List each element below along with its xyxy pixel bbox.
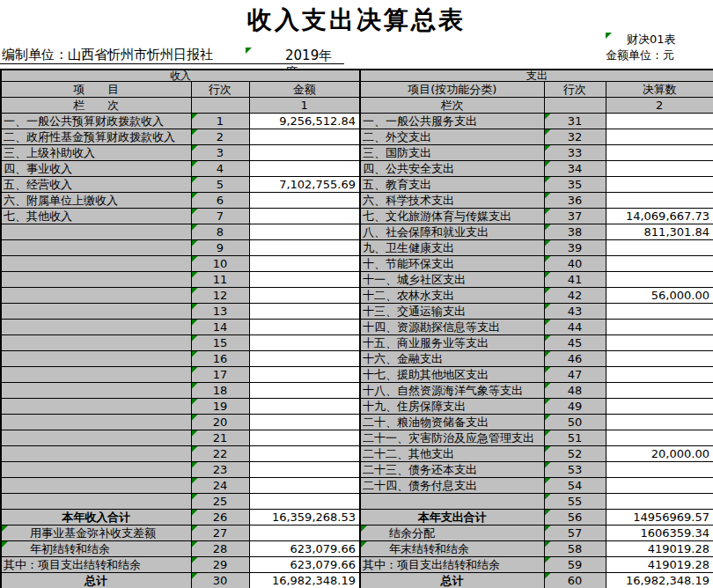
expense-line-cell[interactable]: 47 <box>544 367 606 383</box>
income-item-cell[interactable]: 年初结转和结余 <box>1 541 191 557</box>
income-line-cell[interactable]: 27 <box>191 526 249 541</box>
expense-amount-cell[interactable] <box>606 304 713 320</box>
expense-item-cell[interactable] <box>360 494 544 510</box>
expense-line-cell[interactable]: 51 <box>544 430 606 446</box>
expense-amount-cell[interactable] <box>606 367 713 383</box>
income-amount-cell[interactable] <box>249 145 360 161</box>
expense-item-cell[interactable]: 十八、自然资源海洋气象等支出 <box>360 383 544 399</box>
income-amount-cell[interactable] <box>249 256 360 272</box>
expense-amount-cell[interactable] <box>606 430 713 446</box>
expense-line-cell[interactable]: 60 <box>544 573 606 588</box>
income-line-cell[interactable]: 4 <box>191 161 249 177</box>
income-item-cell[interactable] <box>1 478 191 494</box>
expense-line-header[interactable]: 行次 <box>544 82 606 98</box>
expense-amount-cell[interactable]: 14956969.57 <box>606 510 713 526</box>
income-line-cell[interactable]: 8 <box>191 224 249 240</box>
income-line-cell[interactable]: 21 <box>191 430 249 446</box>
income-line-cell[interactable]: 14 <box>191 320 249 335</box>
expense-item-cell[interactable]: 九、卫生健康支出 <box>360 240 544 256</box>
income-amount-cell[interactable] <box>249 320 360 335</box>
expense-item-cell[interactable]: 十二、农林水支出 <box>360 288 544 304</box>
income-amount-cell[interactable]: 623,079.66 <box>249 557 360 573</box>
income-amount-cell[interactable] <box>249 367 360 383</box>
income-item-cell[interactable] <box>1 399 191 415</box>
expense-amount-cell[interactable] <box>606 462 713 478</box>
income-line-cell[interactable]: 30 <box>191 573 249 588</box>
income-item-header[interactable]: 项 目 <box>1 82 191 98</box>
expense-item-cell[interactable]: 十三、交通运输支出 <box>360 304 544 320</box>
expense-item-cell[interactable]: 二十二、其他支出 <box>360 446 544 462</box>
income-line-cell[interactable]: 22 <box>191 446 249 462</box>
expense-line-cell[interactable]: 35 <box>544 177 606 193</box>
expense-line-cell[interactable]: 58 <box>544 541 606 557</box>
expense-line-cell[interactable]: 56 <box>544 510 606 526</box>
expense-item-cell[interactable]: 其中：项目支出结转和结余 <box>360 557 544 573</box>
income-item-cell[interactable] <box>1 446 191 462</box>
income-line-cell[interactable]: 1 <box>191 114 249 129</box>
income-line-cell[interactable]: 12 <box>191 288 249 304</box>
income-amount-cell[interactable] <box>249 272 360 288</box>
income-amount-cell[interactable] <box>249 288 360 304</box>
income-line-cell[interactable]: 6 <box>191 193 249 209</box>
income-amount-cell[interactable] <box>249 209 360 224</box>
income-amount-cell[interactable] <box>249 383 360 399</box>
income-line-cell[interactable]: 5 <box>191 177 249 193</box>
income-amount-cell[interactable] <box>249 304 360 320</box>
expense-line-cell[interactable]: 39 <box>544 240 606 256</box>
expense-item-cell[interactable]: 一、一般公共服务支出 <box>360 114 544 129</box>
income-line-cell[interactable]: 16 <box>191 351 249 367</box>
expense-item-cell[interactable]: 二十一、灾害防治及应急管理支出 <box>360 430 544 446</box>
income-item-cell[interactable]: 二、政府性基金预算财政拨款收入 <box>1 129 191 145</box>
income-item-cell[interactable]: 本年收入合计 <box>1 510 191 526</box>
expense-item-cell[interactable]: 四、公共安全支出 <box>360 161 544 177</box>
income-item-cell[interactable] <box>1 288 191 304</box>
income-amount-cell[interactable] <box>249 478 360 494</box>
expense-line-cell[interactable]: 49 <box>544 399 606 415</box>
income-line-cell[interactable]: 7 <box>191 209 249 224</box>
income-line-cell[interactable]: 20 <box>191 415 249 430</box>
expense-amount-cell[interactable] <box>606 320 713 335</box>
income-amount-cell[interactable] <box>249 446 360 462</box>
income-item-cell[interactable] <box>1 304 191 320</box>
expense-line-cell[interactable]: 54 <box>544 478 606 494</box>
expense-line-cell[interactable]: 36 <box>544 193 606 209</box>
income-line-cell[interactable]: 17 <box>191 367 249 383</box>
income-colindex-blank[interactable] <box>191 98 249 114</box>
income-amount-cell[interactable] <box>249 526 360 541</box>
expense-amount-cell[interactable]: 419019.28 <box>606 541 713 557</box>
expense-amount-cell[interactable]: 16,982,348.19 <box>606 573 713 588</box>
expense-item-cell[interactable]: 十六、金融支出 <box>360 351 544 367</box>
income-amount-cell[interactable]: 7,102,755.69 <box>249 177 360 193</box>
expense-line-cell[interactable]: 46 <box>544 351 606 367</box>
expense-line-cell[interactable]: 32 <box>544 129 606 145</box>
income-amount-cell[interactable]: 623,079.66 <box>249 541 360 557</box>
expense-amount-cell[interactable] <box>606 494 713 510</box>
income-line-header[interactable]: 行次 <box>191 82 249 98</box>
income-item-cell[interactable] <box>1 320 191 335</box>
income-line-cell[interactable]: 3 <box>191 145 249 161</box>
expense-item-cell[interactable]: 二、外交支出 <box>360 129 544 145</box>
income-item-cell[interactable] <box>1 430 191 446</box>
expense-item-cell[interactable]: 年末结转和结余 <box>360 541 544 557</box>
income-amount-cell[interactable] <box>249 430 360 446</box>
expense-colindex-value[interactable]: 2 <box>606 98 713 114</box>
expense-item-cell[interactable]: 二十四、债务付息支出 <box>360 478 544 494</box>
expense-section-header[interactable]: 支出 <box>360 70 713 82</box>
income-amount-cell[interactable]: 9,256,512.84 <box>249 114 360 129</box>
expense-amount-cell[interactable] <box>606 383 713 399</box>
expense-amount-cell[interactable] <box>606 256 713 272</box>
expense-amount-cell[interactable] <box>606 351 713 367</box>
income-line-cell[interactable]: 25 <box>191 494 249 510</box>
expense-item-cell[interactable]: 二十三、债务还本支出 <box>360 462 544 478</box>
expense-line-cell[interactable]: 31 <box>544 114 606 129</box>
income-amount-cell[interactable]: 16,359,268.53 <box>249 510 360 526</box>
income-colindex-value[interactable]: 1 <box>249 98 360 114</box>
expense-amount-cell[interactable]: 1606359.34 <box>606 526 713 541</box>
income-item-cell[interactable]: 四、事业收入 <box>1 161 191 177</box>
income-line-cell[interactable]: 11 <box>191 272 249 288</box>
expense-line-cell[interactable]: 48 <box>544 383 606 399</box>
income-item-cell[interactable]: 用事业基金弥补收支差额 <box>1 526 191 541</box>
income-amount-cell[interactable] <box>249 161 360 177</box>
income-item-cell[interactable] <box>1 383 191 399</box>
income-item-cell[interactable] <box>1 240 191 256</box>
